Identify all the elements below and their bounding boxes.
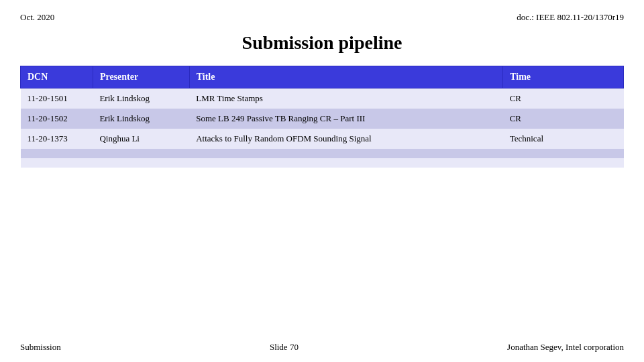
- table-cell-dcn: 11-20-1501: [21, 88, 93, 109]
- table-cell-presenter: Qinghua Li: [93, 129, 189, 149]
- footer-right: Jonathan Segev, Intel corporation: [507, 342, 624, 353]
- header-row: Oct. 2020 doc.: IEEE 802.11-20/1370r19: [20, 12, 624, 23]
- page-container: Oct. 2020 doc.: IEEE 802.11-20/1370r19 S…: [0, 0, 644, 362]
- table-cell-presenter: [93, 158, 189, 168]
- table-cell-time: [503, 149, 624, 158]
- col-header-presenter: Presenter: [93, 66, 189, 88]
- table-cell-title: Attacks to Fully Random OFDM Sounding Si…: [189, 129, 502, 149]
- table-cell-title: [189, 158, 502, 168]
- table-row: [21, 158, 624, 168]
- table-cell-presenter: Erik Lindskog: [93, 109, 189, 129]
- col-header-title: Title: [189, 66, 502, 88]
- table-row: 11-20-1373Qinghua LiAttacks to Fully Ran…: [21, 129, 624, 149]
- footer-row: Submission Slide 70 Jonathan Segev, Inte…: [20, 335, 624, 353]
- table-row: 11-20-1502Erik LindskogSome LB 249 Passi…: [21, 109, 624, 129]
- table-row: 11-20-1501Erik LindskogLMR Time StampsCR: [21, 88, 624, 109]
- table-wrapper: DCN Presenter Title Time 11-20-1501Erik …: [20, 66, 624, 168]
- doc-ref: doc.: IEEE 802.11-20/1370r19: [517, 12, 624, 23]
- date-label: Oct. 2020: [20, 12, 54, 23]
- table-cell-title: Some LB 249 Passive TB Ranging CR – Part…: [189, 109, 502, 129]
- table-cell-presenter: [93, 149, 189, 158]
- table-cell-dcn: 11-20-1502: [21, 109, 93, 129]
- table-cell-title: [189, 149, 502, 158]
- table-cell-time: Technical: [503, 129, 624, 149]
- submission-table: DCN Presenter Title Time 11-20-1501Erik …: [20, 66, 624, 168]
- table-cell-time: CR: [503, 109, 624, 129]
- col-header-dcn: DCN: [21, 66, 93, 88]
- table-cell-time: CR: [503, 88, 624, 109]
- footer-left: Submission: [20, 342, 61, 353]
- col-header-time: Time: [503, 66, 624, 88]
- table-cell-dcn: [21, 149, 93, 158]
- table-cell-title: LMR Time Stamps: [189, 88, 502, 109]
- table-header-row: DCN Presenter Title Time: [21, 66, 624, 88]
- table-cell-dcn: [21, 158, 93, 168]
- footer-center: Slide 70: [270, 342, 299, 353]
- table-cell-dcn: 11-20-1373: [21, 129, 93, 149]
- page-title: Submission pipeline: [20, 32, 624, 54]
- table-cell-time: [503, 158, 624, 168]
- table-cell-presenter: Erik Lindskog: [93, 88, 189, 109]
- table-row: [21, 149, 624, 158]
